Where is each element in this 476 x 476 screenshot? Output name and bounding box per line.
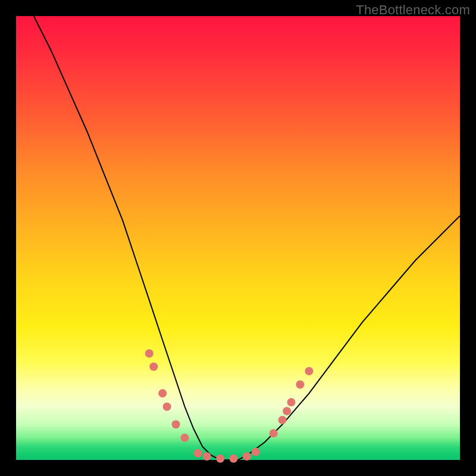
data-point	[283, 407, 291, 415]
data-point	[230, 455, 238, 463]
data-point	[181, 434, 189, 442]
data-point	[172, 420, 180, 428]
data-point	[270, 429, 278, 437]
data-point	[216, 455, 224, 463]
chart-frame: TheBottleneck.com	[0, 0, 476, 476]
chart-overlay	[16, 16, 460, 460]
data-point	[203, 452, 211, 461]
data-point	[163, 403, 171, 411]
data-point	[145, 349, 154, 358]
data-point	[158, 389, 167, 397]
attribution-label: TheBottleneck.com	[356, 2, 470, 18]
data-point	[278, 416, 287, 424]
data-point	[305, 367, 313, 375]
data-point	[296, 380, 304, 389]
data-point	[194, 449, 202, 458]
data-point	[149, 362, 158, 371]
data-point	[287, 398, 296, 406]
bottleneck-curve	[34, 16, 460, 460]
data-points	[145, 349, 314, 463]
data-point	[243, 452, 251, 461]
data-point	[252, 448, 260, 456]
